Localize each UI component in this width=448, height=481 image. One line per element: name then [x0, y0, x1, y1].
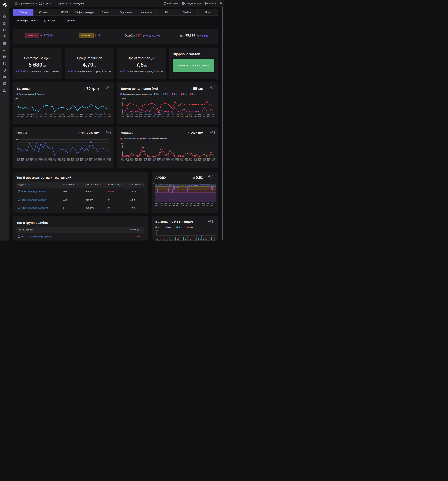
svg-text:13:21: 13:21	[62, 158, 65, 160]
svg-text:19-01: 19-01	[103, 115, 106, 117]
svg-text:13:17: 13:17	[162, 158, 165, 160]
svg-text:12:49: 12:49	[26, 158, 29, 160]
svg-text:19-01: 19-01	[144, 115, 147, 117]
svg-text:14:01: 14:01	[212, 114, 215, 115]
svg-text:13:29: 13:29	[71, 114, 75, 115]
svg-text:19-01: 19-01	[80, 160, 84, 162]
svg-text:19-01: 19-01	[53, 160, 56, 162]
svg-text:19-01: 19-01	[89, 115, 93, 117]
svg-text:12:41: 12:41	[17, 114, 20, 115]
svg-text:19-01: 19-01	[193, 160, 197, 162]
svg-text:19-01: 19-01	[193, 205, 196, 206]
svg-text:19-01: 19-01	[17, 160, 20, 162]
svg-text:19-01: 19-01	[189, 160, 192, 162]
svg-text:13:45: 13:45	[89, 114, 93, 115]
svg-text:19-01: 19-01	[44, 115, 47, 117]
svg-text:19-01: 19-01	[175, 115, 179, 117]
svg-text:14:01: 14:01	[107, 158, 111, 160]
svg-text:300: 300	[15, 138, 18, 141]
svg-text:12:45: 12:45	[21, 158, 25, 160]
svg-text:13:49: 13:49	[198, 114, 202, 115]
svg-text:19-01: 19-01	[98, 160, 102, 162]
svg-text:13:59: 13:59	[210, 203, 213, 204]
svg-text:13:53: 13:53	[205, 203, 209, 204]
svg-text:19-01: 19-01	[198, 160, 201, 162]
svg-text:19-01: 19-01	[121, 115, 124, 117]
svg-text:13:37: 13:37	[80, 114, 84, 115]
svg-text:1: 1	[153, 183, 154, 185]
svg-text:19-01: 19-01	[148, 160, 152, 162]
svg-text:19-01: 19-01	[159, 205, 163, 206]
svg-text:19-01: 19-01	[162, 115, 165, 117]
svg-text:19-01: 19-01	[203, 115, 206, 117]
svg-text:13:25: 13:25	[171, 114, 174, 115]
svg-text:19-01: 19-01	[197, 205, 201, 206]
svg-text:19-01: 19-01	[48, 115, 52, 117]
svg-text:12:57: 12:57	[35, 114, 38, 115]
svg-text:19-01: 19-01	[157, 115, 161, 117]
svg-text:12:45: 12:45	[125, 158, 129, 160]
svg-text:13:33: 13:33	[76, 114, 79, 115]
svg-text:19-01: 19-01	[71, 160, 75, 162]
svg-text:13:05: 13:05	[148, 114, 152, 115]
svg-text:19-01: 19-01	[171, 160, 174, 162]
svg-text:12:41: 12:41	[121, 114, 124, 115]
svg-text:19-01: 19-01	[76, 160, 79, 162]
svg-text:13:09: 13:09	[153, 158, 156, 160]
svg-text:19-01: 19-01	[198, 115, 201, 117]
svg-text:19-01: 19-01	[107, 115, 111, 117]
svg-text:19-01: 19-01	[62, 115, 65, 117]
svg-text:13:53: 13:53	[203, 158, 206, 160]
svg-text:13:13: 13:13	[53, 158, 56, 160]
svg-text:13:33: 13:33	[76, 158, 79, 160]
svg-text:19-01: 19-01	[125, 160, 129, 162]
svg-text:19-01: 19-01	[166, 115, 170, 117]
svg-text:12:49: 12:49	[130, 158, 134, 160]
svg-text:19-01: 19-01	[185, 205, 188, 206]
svg-text:19-01: 19-01	[135, 160, 138, 162]
svg-text:13:35: 13:35	[193, 203, 197, 204]
svg-text:19-01: 19-01	[166, 160, 170, 162]
svg-text:19-01: 19-01	[89, 160, 93, 162]
svg-text:14:01: 14:01	[107, 114, 111, 115]
svg-text:12:53: 12:53	[30, 158, 34, 160]
svg-text:19-01: 19-01	[85, 115, 88, 117]
svg-text:13:57: 13:57	[103, 158, 106, 160]
svg-text:19-01: 19-01	[135, 115, 138, 117]
svg-text:12:57: 12:57	[35, 158, 38, 160]
svg-text:19-01: 19-01	[172, 205, 175, 206]
svg-text:13:21: 13:21	[62, 114, 65, 115]
svg-text:19-01: 19-01	[212, 160, 215, 162]
svg-text:19-01: 19-01	[35, 115, 38, 117]
svg-text:19-01: 19-01	[94, 115, 97, 117]
svg-text:13:37: 13:37	[184, 158, 188, 160]
svg-text:13:49: 13:49	[198, 158, 202, 160]
svg-text:13:49: 13:49	[94, 114, 97, 115]
svg-text:12:53: 12:53	[163, 203, 167, 204]
svg-text:12:41: 12:41	[155, 203, 159, 204]
svg-text:12:47: 12:47	[159, 203, 163, 204]
svg-text:19-01: 19-01	[168, 205, 171, 206]
svg-text:13:25: 13:25	[67, 114, 70, 115]
svg-text:13:29: 13:29	[189, 203, 192, 204]
svg-text:19-01: 19-01	[171, 115, 174, 117]
svg-text:13:29: 13:29	[175, 114, 179, 115]
svg-text:13:21: 13:21	[166, 158, 170, 160]
svg-text:19-01: 19-01	[48, 160, 52, 162]
svg-text:13:25: 13:25	[67, 158, 70, 160]
svg-text:19-01: 19-01	[30, 160, 34, 162]
svg-text:13:13: 13:13	[157, 114, 161, 115]
svg-text:19-01: 19-01	[35, 160, 38, 162]
svg-text:13:49: 13:49	[94, 158, 97, 160]
svg-text:13:41: 13:41	[85, 158, 88, 160]
svg-text:12:49: 12:49	[130, 114, 134, 115]
svg-text:13:17: 13:17	[57, 158, 61, 160]
svg-text:13:01: 13:01	[39, 158, 43, 160]
svg-text:19-01: 19-01	[21, 115, 25, 117]
svg-text:19-01: 19-01	[94, 160, 97, 162]
svg-text:19-01: 19-01	[205, 205, 209, 206]
svg-text:13:37: 13:37	[184, 114, 188, 115]
svg-text:19-01: 19-01	[162, 160, 165, 162]
svg-text:19-01: 19-01	[130, 160, 133, 162]
svg-text:19-01: 19-01	[152, 115, 156, 117]
